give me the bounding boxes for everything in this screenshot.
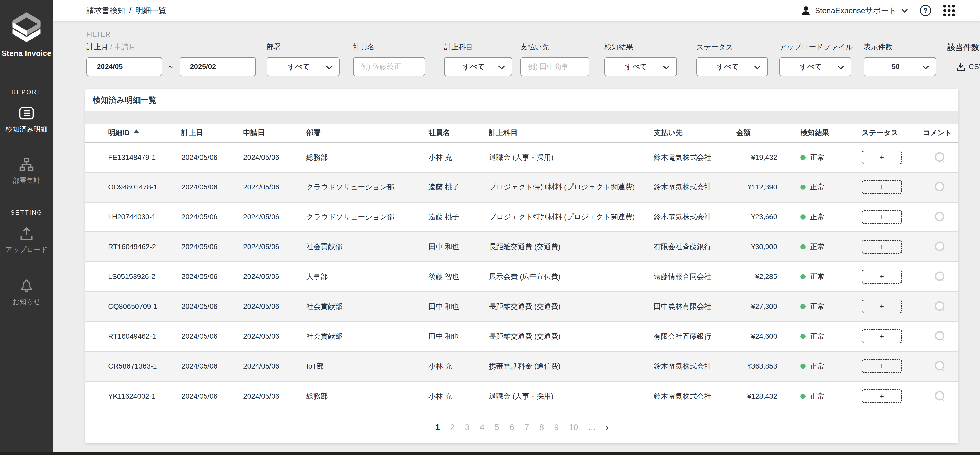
comment-icon[interactable] bbox=[934, 181, 946, 193]
column-header-0[interactable]: 明細ID bbox=[86, 124, 181, 142]
add-status-button[interactable]: + bbox=[862, 390, 902, 403]
table-row[interactable]: YK11624002-1 2024/05/06 2024/05/06 総務部 小… bbox=[86, 381, 958, 411]
cell-status: + bbox=[862, 232, 923, 262]
add-status-button[interactable]: + bbox=[862, 210, 902, 224]
chevron-down-icon bbox=[663, 65, 670, 70]
cell-status: + bbox=[862, 351, 923, 381]
add-status-button[interactable]: + bbox=[862, 240, 902, 254]
result-label: 正常 bbox=[810, 153, 824, 161]
sidebar-item-label: 検知済み明細 bbox=[0, 124, 53, 134]
table-row[interactable]: CQ80650709-1 2024/05/06 2024/05/06 社会貢献部… bbox=[86, 291, 958, 321]
result-label: 正常 bbox=[810, 183, 824, 191]
page-button-2[interactable]: 2 bbox=[450, 423, 455, 432]
status-ok-dot bbox=[800, 215, 805, 220]
page-size-select[interactable]: 50 bbox=[864, 57, 936, 76]
column-header-label: 計上科目 bbox=[489, 129, 518, 137]
cell-employee: 田中 和也 bbox=[428, 321, 489, 351]
cell-detail-id: CQ80650709-1 bbox=[86, 291, 181, 321]
cell-department: IoT部 bbox=[306, 351, 428, 381]
detail-table: 明細ID計上日申請日部署社員名計上科目支払い先金額検知結果ステータスコメント F… bbox=[86, 124, 958, 411]
table-row[interactable]: RT16049462-1 2024/05/06 2024/05/06 社会貢献部… bbox=[86, 321, 958, 351]
upload-icon bbox=[19, 226, 34, 241]
department-select-value: すべて bbox=[288, 62, 310, 72]
cell-comment bbox=[923, 202, 958, 232]
add-status-button[interactable]: + bbox=[862, 329, 902, 343]
comment-icon[interactable] bbox=[934, 390, 946, 402]
filter-month-label-secondary[interactable]: 申請月 bbox=[114, 43, 136, 51]
cell-application-date: 2024/05/06 bbox=[243, 262, 306, 291]
column-header-label: 計上日 bbox=[181, 129, 203, 137]
page-button-7[interactable]: 7 bbox=[525, 423, 529, 432]
help-icon[interactable] bbox=[920, 5, 931, 16]
upload-file-select[interactable]: すべて bbox=[779, 57, 851, 76]
column-header-6: 支払い先 bbox=[654, 124, 736, 142]
table-row[interactable]: LS05153926-2 2024/05/06 2024/05/06 人事部 後… bbox=[86, 262, 958, 291]
apps-grid-icon[interactable] bbox=[943, 5, 955, 17]
comment-icon[interactable] bbox=[934, 301, 946, 312]
comment-icon[interactable] bbox=[934, 211, 946, 223]
sidebar-item-upload[interactable]: アップロード bbox=[0, 226, 53, 254]
filter-month-label-primary[interactable]: 計上月 bbox=[86, 43, 108, 51]
comment-icon[interactable] bbox=[934, 241, 946, 253]
month-from-input[interactable] bbox=[86, 57, 162, 76]
add-status-button[interactable]: + bbox=[862, 270, 902, 283]
page-button-10[interactable]: 10 bbox=[569, 423, 578, 432]
result-label: 正常 bbox=[810, 392, 824, 400]
table-scroll-track[interactable] bbox=[86, 111, 958, 124]
filter-upload-file: アップロードファイル すべて bbox=[779, 42, 853, 76]
payee-input[interactable] bbox=[520, 57, 589, 76]
comment-icon[interactable] bbox=[934, 271, 946, 283]
month-to-input[interactable] bbox=[180, 57, 256, 76]
cell-posting-date: 2024/05/06 bbox=[181, 381, 243, 411]
comment-icon[interactable] bbox=[934, 151, 946, 164]
csv-download-link[interactable]: CSVダウンロード bbox=[957, 62, 980, 72]
add-status-button[interactable]: + bbox=[862, 359, 902, 373]
page-button-6[interactable]: 6 bbox=[509, 423, 514, 432]
page-button-1[interactable]: 1 bbox=[435, 423, 440, 432]
cell-status: + bbox=[862, 381, 923, 411]
add-status-button[interactable]: + bbox=[862, 180, 902, 194]
table-row[interactable]: RT16049462-2 2024/05/06 2024/05/06 社会貢献部… bbox=[86, 232, 958, 262]
department-select[interactable]: すべて bbox=[267, 57, 340, 76]
status-select-value: すべて bbox=[717, 62, 739, 72]
chevron-down-icon bbox=[326, 65, 332, 70]
table-row[interactable]: FE13148479-1 2024/05/06 2024/05/06 総務部 小… bbox=[86, 142, 958, 172]
result-select[interactable]: すべて bbox=[604, 57, 677, 76]
add-status-button[interactable]: + bbox=[862, 151, 902, 164]
column-header-9: ステータス bbox=[862, 124, 923, 142]
table-row[interactable]: LH20744030-1 2024/05/06 2024/05/06 クラウドソ… bbox=[86, 202, 958, 232]
sidebar-item-notifications[interactable]: お知らせ bbox=[0, 278, 53, 306]
page-button-4[interactable]: 4 bbox=[480, 423, 485, 432]
sitemap-icon bbox=[19, 158, 34, 172]
page-button-8[interactable]: 8 bbox=[539, 423, 544, 432]
column-header-label: 申請日 bbox=[243, 129, 265, 137]
result-label: 正常 bbox=[810, 302, 824, 310]
user-icon bbox=[801, 6, 810, 15]
next-page-button[interactable]: › bbox=[606, 422, 609, 432]
sidebar-item-label: アップロード bbox=[0, 245, 53, 254]
filter-employee: 社員名 bbox=[353, 42, 425, 76]
page-button-5[interactable]: 5 bbox=[495, 423, 499, 432]
sidebar-item-department-summary[interactable]: 部署集計 bbox=[0, 158, 53, 185]
breadcrumb-parent[interactable]: 請求書検知 bbox=[86, 5, 125, 16]
result-label: 正常 bbox=[810, 362, 824, 370]
table-row[interactable]: OD94801478-1 2024/05/06 2024/05/06 クラウドソ… bbox=[86, 172, 958, 202]
result-label: 正常 bbox=[810, 272, 824, 280]
table-row[interactable]: CR58671363-1 2024/05/06 2024/05/06 IoT部 … bbox=[86, 351, 958, 381]
comment-icon[interactable] bbox=[934, 360, 946, 372]
sidebar-item-detected-details[interactable]: 検知済み明細 bbox=[0, 106, 53, 134]
employee-input[interactable] bbox=[353, 57, 425, 76]
user-menu[interactable]: StenaExpenseサポート bbox=[801, 5, 908, 16]
page-button-3[interactable]: 3 bbox=[465, 423, 470, 432]
comment-icon[interactable] bbox=[934, 331, 946, 342]
category-select[interactable]: すべて bbox=[444, 57, 512, 76]
column-header-label: コメント bbox=[923, 129, 952, 137]
add-status-button[interactable]: + bbox=[862, 299, 902, 313]
page-button-9[interactable]: 9 bbox=[554, 423, 559, 432]
filter-section-label: FILTER bbox=[86, 30, 111, 38]
status-select[interactable]: すべて bbox=[697, 57, 768, 76]
status-ok-dot bbox=[800, 155, 805, 160]
cell-application-date: 2024/05/06 bbox=[243, 321, 306, 351]
cell-amount: ¥112,390 bbox=[736, 172, 780, 202]
chevron-down-icon bbox=[922, 65, 929, 70]
